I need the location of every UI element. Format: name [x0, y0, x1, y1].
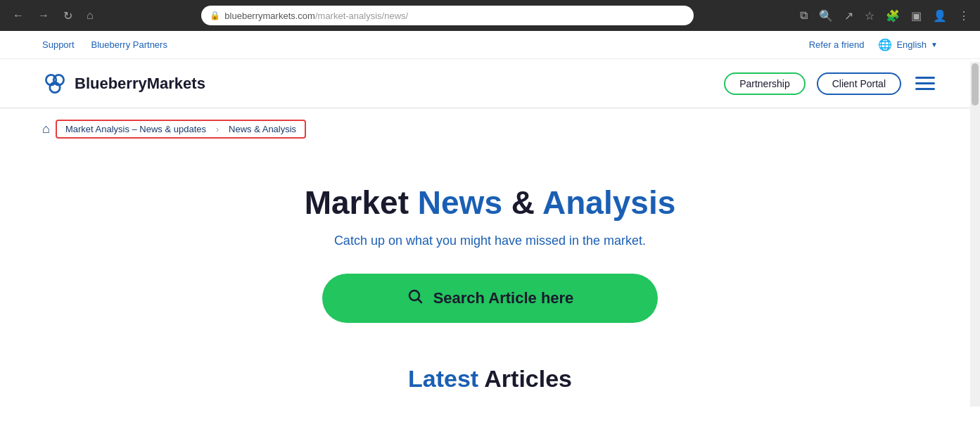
url-base: blueberrymarkets.com	[224, 11, 315, 21]
latest-articles-section: Latest Articles	[0, 344, 980, 407]
latest-blue: Latest	[408, 365, 484, 392]
breadcrumb-link-2[interactable]: News & Analysis	[220, 121, 305, 137]
window-icon[interactable]: ▣	[909, 7, 924, 25]
menu-icon[interactable]: ⋮	[956, 7, 972, 25]
client-portal-button[interactable]: Client Portal	[817, 72, 901, 95]
hamburger-menu[interactable]	[912, 74, 938, 93]
home-browser-button[interactable]: ⌂	[82, 6, 98, 25]
url-path: /market-analysis/news/	[315, 11, 408, 21]
utility-right: Refer a friend 🌐 English ▼	[809, 38, 938, 51]
hamburger-line-2	[915, 82, 935, 84]
search-icon	[407, 288, 424, 309]
logo-bold: Blueberry	[75, 75, 147, 92]
hero-title-blue1: News	[418, 184, 502, 221]
share-icon[interactable]: ↗	[842, 7, 855, 25]
forward-button[interactable]: →	[34, 6, 53, 25]
logo-regular: Markets	[147, 75, 205, 92]
lock-icon: 🔒	[210, 11, 220, 20]
home-icon[interactable]: ⌂	[42, 122, 50, 136]
extension-icon[interactable]: 🧩	[884, 7, 902, 25]
refer-friend-link[interactable]: Refer a friend	[809, 39, 865, 50]
search-article-button[interactable]: Search Article here	[322, 274, 658, 323]
browser-actions: ⧉ 🔍 ↗ ☆ 🧩 ▣ 👤 ⋮	[798, 7, 972, 25]
logo-text: BlueberryMarkets	[75, 75, 205, 93]
browser-chrome: ← → ↻ ⌂ 🔒 blueberrymarkets.com /market-a…	[0, 0, 980, 31]
refresh-button[interactable]: ↻	[59, 6, 77, 25]
utility-bar: Support Blueberry Partners Refer a frien…	[0, 31, 980, 59]
hamburger-line-1	[915, 77, 935, 79]
scrollbar-thumb[interactable]	[972, 63, 979, 106]
back-button[interactable]: ←	[8, 6, 28, 25]
hero-title-blue2: Analysis	[542, 184, 675, 221]
latest-dark: Articles	[484, 365, 572, 392]
globe-icon: 🌐	[878, 38, 892, 51]
hero-title-dark2: &	[502, 184, 542, 221]
screenshot-icon[interactable]: ⧉	[798, 7, 810, 24]
scrollbar-track[interactable]	[970, 62, 980, 407]
breadcrumb-bar: ⌂ Market Analysis – News & updates › New…	[0, 108, 980, 150]
hero-title-dark1: Market	[305, 184, 418, 221]
breadcrumb-link-1[interactable]: Market Analysis – News & updates	[57, 121, 215, 137]
svg-line-4	[418, 299, 421, 302]
main-nav: BlueberryMarkets Partnership Client Port…	[0, 59, 980, 108]
profile-icon[interactable]: 👤	[931, 7, 949, 25]
support-link[interactable]: Support	[42, 39, 75, 50]
breadcrumb-separator: ›	[215, 125, 220, 134]
search-label: Search Article here	[433, 289, 574, 307]
address-bar[interactable]: 🔒 blueberrymarkets.com /market-analysis/…	[201, 6, 694, 25]
hero-subtitle: Catch up on what you might have missed i…	[42, 234, 938, 248]
chevron-down-icon: ▼	[931, 41, 938, 49]
partnership-button[interactable]: Partnership	[724, 72, 806, 95]
language-selector[interactable]: 🌐 English ▼	[878, 38, 938, 51]
language-label: English	[896, 39, 927, 50]
latest-articles-title: Latest Articles	[42, 365, 938, 393]
utility-left: Support Blueberry Partners	[42, 39, 167, 50]
blueberry-partners-link[interactable]: Blueberry Partners	[91, 39, 167, 50]
blueberry-logo-icon	[42, 71, 68, 96]
nav-right: Partnership Client Portal	[724, 72, 938, 95]
hamburger-line-3	[915, 88, 935, 90]
breadcrumb-links: Market Analysis – News & updates › News …	[56, 120, 306, 139]
star-icon[interactable]: ☆	[863, 7, 877, 25]
logo-area[interactable]: BlueberryMarkets	[42, 71, 205, 96]
zoom-icon[interactable]: 🔍	[817, 7, 835, 25]
hero-section: Market News & Analysis Catch up on what …	[0, 150, 980, 344]
hero-title: Market News & Analysis	[42, 185, 938, 221]
